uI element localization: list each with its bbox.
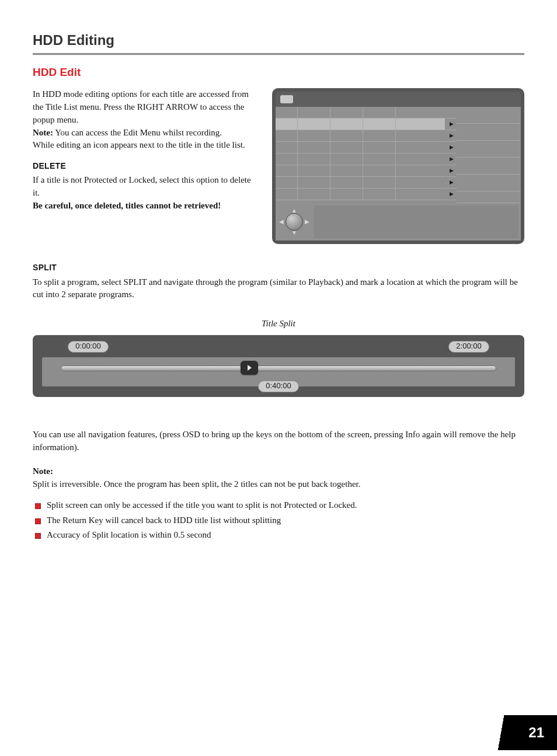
note-text: You can access the Edit Menu whilst reco… [53,128,222,137]
intro-paragraph-2: While editing an icon appears next to th… [33,139,259,152]
arrow-right-icon: ▶ [446,165,457,177]
note2-text: Split is irreversible. Once the program … [33,479,361,489]
delete-heading: DELETE [33,160,259,172]
title-list-illustration: ▶ ▶ ▶ ▶ ▶ ▶ ▶ [272,88,524,244]
split-heading: SPLIT [33,262,524,273]
split-track [61,365,496,371]
split-start-time: 0:00:00 [68,341,109,353]
note2-label: Note: [33,465,524,478]
split-paragraph: To split a program, select SPLIT and nav… [33,276,524,302]
page-number: 21 [528,723,544,743]
bullet-list: Split screen can only be accessed if the… [33,499,524,542]
title-list-header [276,92,521,107]
title-split-illustration: 0:00:00 2:00:00 0:40:00 [33,335,524,397]
dpad-icon: ▲▼ ◀▶ [278,205,311,238]
list-item: The Return Key will cancel back to HDD t… [33,514,524,527]
after-split-paragraph: You can use all navigation features, (pr… [33,428,524,454]
section-title: HDD Edit [33,64,524,81]
note-block: Note: Split is irreversible. Once the pr… [33,465,524,491]
screen-icon [280,95,293,103]
delete-paragraph: If a title is not Protected or Locked, s… [33,174,259,200]
arrow-right-icon: ▶ [446,142,457,154]
intro-note: Note: You can access the Edit Menu whils… [33,127,259,140]
split-caption: Title Split [33,318,524,330]
list-item: Split screen can only be accessed if the… [33,499,524,512]
arrow-right-icon: ▶ [446,154,457,165]
arrow-right-icon: ▶ [446,177,457,189]
note-label: Note: [33,128,53,137]
list-item: Accuracy of Split location is within 0.5… [33,529,524,542]
delete-warning: Be careful, once deleted, titles cannot … [33,200,259,212]
split-playhead-icon [241,361,258,375]
arrow-right-icon: ▶ [446,189,457,200]
page-number-badge: 21 [481,715,557,750]
arrow-right-icon: ▶ [446,119,457,130]
arrow-right-icon: ▶ [446,130,457,142]
split-end-time: 2:00:00 [448,341,489,353]
arrow-column: ▶ ▶ ▶ ▶ ▶ ▶ ▶ [446,107,457,203]
page-title: HDD Editing [33,30,524,55]
split-current-time: 0:40:00 [258,381,299,392]
intro-paragraph-1: In HDD mode editing options for each tit… [33,88,259,126]
